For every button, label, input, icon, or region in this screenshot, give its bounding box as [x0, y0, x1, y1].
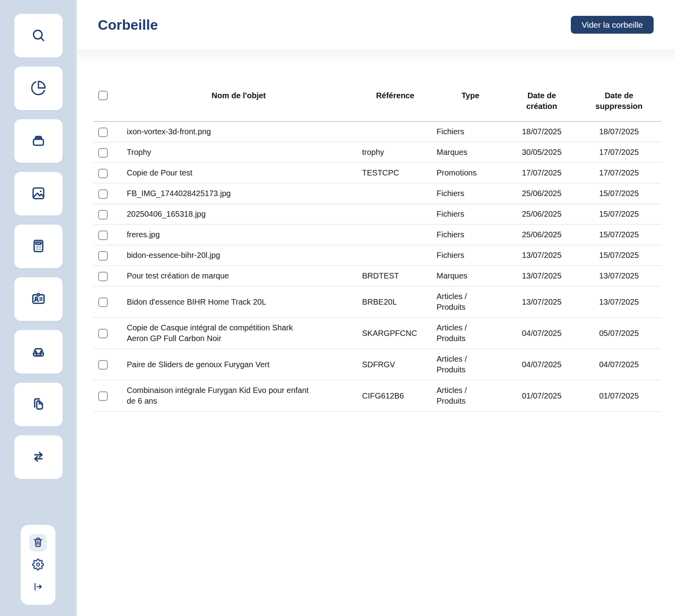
object-reference [357, 183, 434, 204]
image-icon [31, 185, 46, 202]
trash-table-area: Nom de l'objet Référence Type Date de cr… [93, 86, 675, 412]
sidebar [0, 0, 77, 616]
object-name: 20250406_165318.jpg [127, 209, 311, 219]
date-creation: 13/07/2025 [507, 286, 576, 318]
date-creation: 13/07/2025 [507, 245, 576, 266]
object-name: Pour test création de marque [127, 271, 311, 281]
header-shadow-band [77, 50, 675, 61]
archive-icon [31, 133, 46, 150]
row-checkbox[interactable] [98, 298, 108, 307]
column-header-date-creation: Date de création [507, 86, 576, 122]
object-reference [357, 204, 434, 225]
column-header-date-suppression: Date de suppression [576, 86, 662, 122]
sidebar-item-id-badge[interactable] [14, 277, 63, 321]
object-type: Fichiers [437, 209, 484, 219]
sidebar-item-inbox[interactable] [14, 330, 63, 374]
row-checkbox[interactable] [98, 272, 108, 281]
object-type: Articles / Produits [437, 291, 484, 313]
object-name: Copie de Casque intégral de compétition … [127, 322, 311, 344]
row-checkbox[interactable] [98, 329, 108, 338]
object-name: ixon-vortex-3d-front.png [127, 126, 311, 137]
pie-chart-icon [31, 80, 46, 97]
object-name: Bidon d'essence BIHR Home Track 20L [127, 297, 311, 307]
date-creation: 17/07/2025 [507, 163, 576, 183]
table-row: Combinaison intégrale Furygan Kid Evo po… [93, 380, 662, 412]
calculator-icon [31, 238, 46, 255]
page-header: Corbeille Vider la corbeille [77, 0, 675, 50]
search-icon [31, 27, 46, 44]
row-checkbox[interactable] [98, 360, 108, 370]
copy-icon [31, 396, 46, 413]
sidebar-item-archive[interactable] [14, 119, 63, 163]
date-suppression: 15/07/2025 [576, 204, 662, 225]
app-root: Corbeille Vider la corbeille Nom de l'ob… [0, 0, 675, 616]
table-header-row: Nom de l'objet Référence Type Date de cr… [93, 86, 662, 122]
sidebar-item-trash[interactable] [29, 534, 47, 551]
date-suppression: 13/07/2025 [576, 266, 662, 286]
sidebar-item-logout[interactable] [29, 578, 47, 596]
row-checkbox[interactable] [98, 148, 108, 158]
date-creation: 04/07/2025 [507, 318, 576, 349]
object-type: Promotions [437, 168, 484, 178]
object-reference [357, 225, 434, 245]
object-name: Paire de Sliders de genoux Furygan Vert [127, 359, 311, 370]
row-checkbox[interactable] [98, 189, 108, 199]
table-row: 20250406_165318.jpgFichiers25/06/202515/… [93, 204, 662, 225]
select-all-checkbox[interactable] [98, 91, 108, 100]
object-reference: trophy [357, 142, 434, 163]
object-reference: SKARGPFCNC [357, 318, 434, 349]
trash-table: Nom de l'objet Référence Type Date de cr… [93, 86, 662, 412]
row-checkbox[interactable] [98, 210, 108, 219]
object-type: Fichiers [437, 229, 484, 240]
sidebar-nav [0, 0, 76, 479]
object-name: freres.jpg [127, 229, 311, 240]
sidebar-item-transfer[interactable] [14, 435, 63, 479]
empty-trash-button[interactable]: Vider la corbeille [571, 16, 654, 34]
date-creation: 25/06/2025 [507, 204, 576, 225]
sidebar-item-copy[interactable] [14, 383, 63, 426]
object-type: Articles / Produits [437, 354, 484, 375]
table-row: ixon-vortex-3d-front.pngFichiers18/07/20… [93, 122, 662, 142]
row-checkbox[interactable] [98, 169, 108, 178]
table-row: Bidon d'essence BIHR Home Track 20LBRBE2… [93, 286, 662, 318]
object-reference: SDFRGV [357, 349, 434, 380]
main-content: Corbeille Vider la corbeille Nom de l'ob… [77, 0, 675, 616]
object-type: Fichiers [437, 188, 484, 199]
object-type: Articles / Produits [437, 322, 484, 344]
row-checkbox[interactable] [98, 251, 108, 261]
object-name: Combinaison intégrale Furygan Kid Evo po… [127, 385, 311, 406]
settings-icon [32, 559, 44, 572]
inbox-icon [31, 343, 46, 360]
sidebar-item-calculator[interactable] [14, 225, 63, 268]
date-suppression: 01/07/2025 [576, 380, 662, 412]
sidebar-item-pie-chart[interactable] [14, 67, 63, 110]
row-checkbox[interactable] [98, 391, 108, 401]
table-row: FB_IMG_1744028425173.jpgFichiers25/06/20… [93, 183, 662, 204]
date-suppression: 18/07/2025 [576, 122, 662, 142]
date-creation: 04/07/2025 [507, 349, 576, 380]
object-type: Fichiers [437, 126, 484, 137]
object-type: Articles / Produits [437, 385, 484, 406]
date-suppression: 15/07/2025 [576, 245, 662, 266]
column-header-reference: Référence [357, 86, 434, 122]
date-suppression: 13/07/2025 [576, 286, 662, 318]
date-creation: 25/06/2025 [507, 225, 576, 245]
date-suppression: 17/07/2025 [576, 142, 662, 163]
row-checkbox[interactable] [98, 128, 108, 137]
sidebar-item-search[interactable] [14, 14, 63, 57]
object-name: Trophy [127, 147, 311, 158]
object-reference: BRBE20L [357, 286, 434, 318]
date-creation: 01/07/2025 [507, 380, 576, 412]
row-checkbox[interactable] [98, 231, 108, 240]
page-title: Corbeille [98, 17, 158, 33]
date-suppression: 15/07/2025 [576, 183, 662, 204]
object-type: Fichiers [437, 250, 484, 261]
date-creation: 13/07/2025 [507, 266, 576, 286]
object-reference [357, 122, 434, 142]
table-row: TrophytrophyMarques30/05/202517/07/2025 [93, 142, 662, 163]
table-row: bidon-essence-bihr-20l.jpgFichiers13/07/… [93, 245, 662, 266]
sidebar-item-settings[interactable] [29, 556, 47, 574]
table-row: Pour test création de marqueBRDTESTMarqu… [93, 266, 662, 286]
sidebar-item-image[interactable] [14, 172, 63, 216]
table-row: freres.jpgFichiers25/06/202515/07/2025 [93, 225, 662, 245]
